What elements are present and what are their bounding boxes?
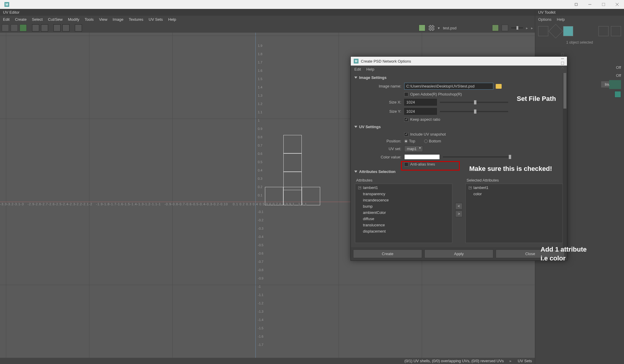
toolbar-icon-8[interactable] — [75, 24, 82, 31]
dialog-minimize-icon[interactable] — [561, 57, 564, 61]
menu-uv-sets[interactable]: UV Sets — [149, 17, 163, 22]
label-image-name: Image name: — [354, 84, 404, 88]
y-tick: 1.8 — [258, 52, 262, 56]
open-photoshop-checkbox[interactable] — [404, 92, 408, 96]
list-item[interactable]: color — [466, 191, 562, 197]
toolbar-icon-2[interactable] — [11, 24, 18, 31]
list-item[interactable]: incandescence — [356, 197, 451, 203]
y-tick: 0.6 — [258, 152, 262, 155]
list-item[interactable]: bump — [356, 203, 451, 209]
dialog-close-icon[interactable] — [561, 66, 564, 70]
color-value-swatch[interactable] — [404, 154, 440, 160]
keep-aspect-checkbox[interactable] — [404, 117, 408, 122]
y-tick: -0.9 — [258, 276, 263, 280]
y-tick: 0.7 — [258, 144, 262, 147]
list-item[interactable]: translucence — [356, 222, 451, 228]
menu-help[interactable]: Help — [168, 17, 176, 22]
list-item[interactable]: ambientColor — [356, 209, 451, 216]
tree-collapse-icon[interactable] — [358, 186, 361, 189]
selected-attributes-list[interactable]: lambert1 color — [465, 184, 563, 243]
toolbar-icon-6[interactable] — [53, 24, 61, 31]
uv-set-dropdown[interactable]: map1 — [404, 146, 423, 152]
grid2-icon[interactable] — [611, 26, 621, 36]
close-icon[interactable] — [610, 0, 624, 9]
list-item[interactable]: lambert1 — [356, 185, 451, 191]
filter-icon[interactable] — [502, 25, 508, 31]
toolkit-side-icon[interactable] — [609, 80, 621, 89]
toolbar-icon-7[interactable] — [62, 24, 69, 31]
toolbar-icon-5[interactable] — [41, 24, 48, 31]
dialog-maximize-icon[interactable] — [561, 61, 564, 66]
rgb-icon[interactable] — [492, 25, 499, 31]
uv-shell[interactable] — [283, 153, 302, 172]
image-name-input[interactable] — [404, 83, 493, 90]
menu-view[interactable]: View — [99, 17, 107, 22]
maximize-icon[interactable] — [597, 0, 610, 9]
apply-button[interactable]: Apply — [424, 249, 493, 258]
menu-edit[interactable]: Edit — [3, 17, 10, 22]
grid1-icon[interactable] — [598, 26, 609, 36]
position-top-radio[interactable] — [404, 139, 408, 143]
y-tick: 1.7 — [258, 61, 262, 64]
move-left-button[interactable]: < — [455, 203, 462, 209]
checker-icon[interactable] — [428, 25, 435, 31]
status-uvsets[interactable]: UV Sets — [518, 359, 532, 363]
anti-alias-checkbox[interactable] — [404, 162, 408, 166]
minimize-icon[interactable] — [583, 0, 597, 9]
menu-create[interactable]: Create — [15, 17, 26, 22]
shell-icon[interactable] — [538, 26, 548, 36]
menu-cut-sew[interactable]: Cut/Sew — [48, 17, 63, 22]
uv-shell[interactable] — [283, 135, 302, 153]
y-tick: 1.6 — [258, 69, 262, 72]
size-y-input[interactable] — [404, 108, 437, 115]
image-toggle-icon[interactable] — [419, 25, 425, 31]
include-uv-checkbox[interactable] — [404, 132, 408, 136]
prev-arrow-icon[interactable]: ▸ — [526, 26, 528, 30]
toolkit-menu-options[interactable]: Options — [538, 17, 552, 22]
close-button[interactable]: Close — [496, 249, 565, 258]
menu-modify[interactable]: Modify — [68, 17, 79, 22]
dialog-menu-edit[interactable]: Edit — [354, 67, 361, 71]
svg-rect-2 — [602, 3, 605, 6]
y-tick: 0.2 — [258, 185, 262, 189]
section-uv-settings[interactable]: UV Settings — [354, 123, 564, 131]
toolbar-icon-4[interactable] — [32, 24, 39, 31]
menu-select[interactable]: Select — [32, 17, 42, 22]
swap-icon[interactable] — [614, 91, 621, 98]
tree-collapse-icon[interactable] — [469, 186, 472, 189]
toolkit-menu-help[interactable]: Help — [557, 17, 565, 22]
size-x-slider[interactable] — [440, 102, 508, 103]
size-x-input[interactable] — [404, 99, 437, 106]
list-item[interactable]: lambert1 — [466, 185, 562, 191]
y-tick: -1.6 — [258, 335, 263, 338]
dialog-menu-help[interactable]: Help — [366, 67, 374, 71]
folder-icon[interactable] — [496, 84, 502, 89]
pin-icon[interactable] — [569, 0, 583, 9]
position-bottom-radio[interactable] — [424, 139, 428, 143]
y-tick: -0.3 — [258, 227, 263, 230]
section-attributes[interactable]: Attributes Selection — [354, 168, 564, 176]
section-image-settings[interactable]: Image Settings — [354, 74, 564, 82]
menu-image[interactable]: Image — [113, 17, 123, 22]
list-item[interactable]: diffuse — [356, 216, 451, 222]
menu-textures[interactable]: Textures — [129, 17, 143, 22]
move-right-button[interactable]: > — [455, 211, 462, 217]
y-tick: 0.5 — [258, 160, 262, 164]
dropdown-arrow-icon[interactable]: ▾ — [438, 26, 440, 30]
list-item[interactable]: displacement — [356, 228, 451, 234]
cube-icon[interactable] — [563, 26, 573, 36]
menu-tools[interactable]: Tools — [85, 17, 94, 22]
uv-toolkit-title: UV Toolkit — [535, 9, 624, 16]
color-value-slider[interactable] — [443, 156, 511, 158]
size-y-slider[interactable] — [440, 111, 508, 112]
list-item[interactable]: transparency — [356, 191, 451, 197]
dialog-scrollbar[interactable] — [563, 73, 567, 247]
dialog-pin-icon[interactable] — [561, 52, 564, 57]
next-arrow-icon[interactable]: ▸ — [531, 26, 533, 30]
label-position: Position: — [354, 139, 404, 143]
toolbar-icon-3[interactable] — [20, 24, 27, 31]
face-icon[interactable] — [549, 24, 563, 38]
toolbar-icon-1[interactable] — [2, 24, 9, 31]
create-button[interactable]: Create — [353, 249, 422, 258]
attributes-list[interactable]: lambert1 transparency incandescence bump… — [355, 184, 452, 243]
